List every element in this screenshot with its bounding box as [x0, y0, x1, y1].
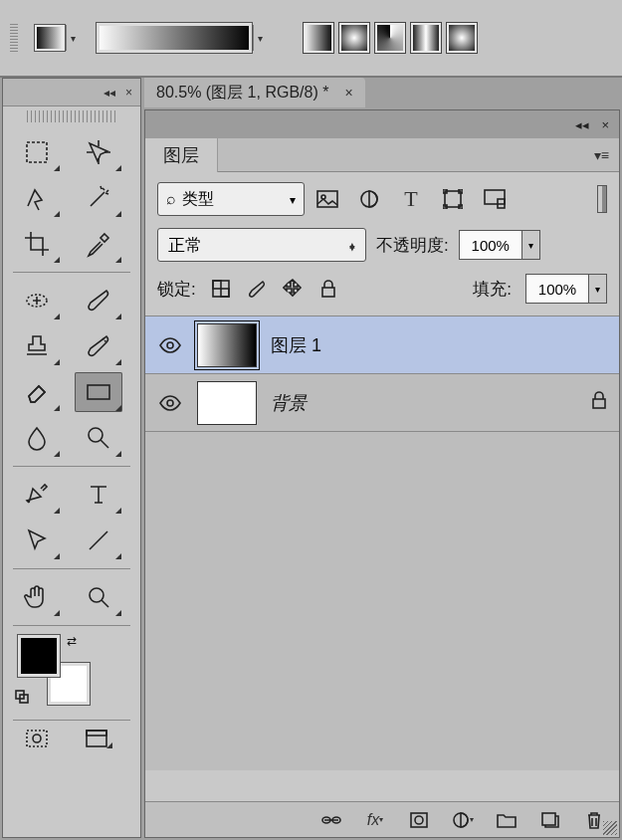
collapse-icon[interactable]: ◂◂ [575, 117, 589, 132]
svg-point-8 [33, 735, 41, 742]
filter-adjust-icon[interactable] [356, 186, 382, 212]
document-tabs: 80.5% (图层 1, RGB/8) * × [144, 78, 365, 107]
layers-panel-footer: fx▾ ▾ [145, 801, 619, 837]
gradient-tool[interactable] [75, 372, 122, 412]
fill-dropdown[interactable] [589, 274, 607, 304]
layer-thumbnail[interactable] [197, 323, 257, 367]
fill-label: 填充: [473, 278, 512, 301]
filter-smart-icon[interactable] [482, 186, 508, 212]
brush-tool[interactable] [75, 281, 122, 320]
eraser-tool[interactable] [13, 372, 61, 412]
gradient-preview-dropdown[interactable] [253, 25, 267, 51]
eyedropper-tool[interactable] [75, 224, 122, 264]
gradient-linear-button[interactable] [303, 22, 334, 54]
gradient-angle-button[interactable] [374, 22, 406, 54]
blend-mode-value: 正常 [168, 234, 202, 257]
layer-name[interactable]: 图层 1 [271, 333, 321, 357]
svg-point-25 [167, 342, 173, 348]
link-layers-icon[interactable] [320, 809, 342, 831]
move-tool[interactable] [75, 132, 122, 172]
layers-panel-header: ◂◂ × [145, 110, 619, 138]
filter-type-icon[interactable]: T [398, 186, 424, 212]
line-tool[interactable] [75, 521, 122, 560]
adjustment-layer-icon[interactable]: ▾ [452, 809, 474, 831]
healing-tool[interactable] [13, 281, 61, 320]
layer-thumbnail[interactable] [197, 381, 257, 425]
marquee-tool[interactable] [13, 132, 61, 172]
stamp-tool[interactable] [13, 326, 61, 366]
layer-row[interactable]: 图层 1 [145, 316, 619, 374]
blur-tool[interactable] [13, 418, 61, 458]
dodge-tool[interactable] [75, 418, 122, 458]
grip-icon [10, 24, 18, 52]
gradient-radial-button[interactable] [338, 22, 370, 54]
close-icon[interactable]: × [344, 85, 352, 101]
close-icon[interactable]: × [601, 117, 609, 132]
svg-rect-22 [213, 281, 221, 289]
gradient-diamond-button[interactable] [446, 22, 478, 54]
svg-rect-11 [317, 191, 337, 207]
foreground-color-well[interactable] [17, 634, 61, 678]
history-brush-tool[interactable] [75, 326, 122, 366]
grip-icon[interactable] [27, 110, 116, 122]
svg-rect-33 [542, 813, 555, 825]
document-tab-label: 80.5% (图层 1, RGB/8) * [156, 83, 328, 104]
collapse-icon[interactable]: ◂◂ [104, 86, 115, 100]
panel-menu-icon[interactable]: ▾≡ [594, 147, 609, 163]
quickmask-button[interactable] [13, 723, 61, 754]
magic-wand-tool[interactable] [75, 178, 122, 218]
type-tool[interactable] [75, 475, 122, 515]
gradient-swatch[interactable] [34, 24, 66, 52]
zoom-tool[interactable] [75, 577, 122, 617]
resize-grip-icon[interactable] [603, 821, 617, 835]
svg-rect-7 [27, 731, 47, 746]
tab-layers[interactable]: 图层 [145, 138, 218, 172]
hand-tool[interactable] [13, 577, 61, 617]
trash-icon[interactable] [583, 809, 605, 831]
lock-icon[interactable] [591, 391, 607, 414]
blend-mode-select[interactable]: 正常 [157, 228, 366, 262]
swap-colors-icon[interactable]: ⇄ [67, 634, 77, 648]
layer-filter-select[interactable]: ⌕ 类型 [157, 182, 305, 216]
gradient-reflected-button[interactable] [410, 22, 442, 54]
lock-image-icon[interactable] [246, 278, 268, 300]
path-select-tool[interactable] [13, 521, 61, 560]
eye-icon[interactable] [157, 332, 183, 358]
gradient-preview[interactable] [96, 22, 253, 54]
lock-all-icon[interactable] [317, 278, 339, 300]
filter-toggle[interactable] [597, 185, 607, 213]
lock-row: 锁定: 填充: 100% [145, 268, 619, 316]
layer-list: 图层 1 背景 [145, 316, 619, 770]
close-icon[interactable]: × [125, 86, 132, 100]
svg-rect-30 [411, 813, 427, 827]
fill-input[interactable]: 100% [525, 274, 589, 304]
layer-name[interactable]: 背景 [271, 391, 307, 415]
default-colors-icon[interactable] [15, 690, 29, 704]
pen-tool[interactable] [13, 475, 61, 515]
document-tab[interactable]: 80.5% (图层 1, RGB/8) * × [144, 78, 365, 107]
gradient-swatch-dropdown[interactable] [66, 25, 80, 51]
crop-tool[interactable] [13, 224, 61, 264]
svg-rect-10 [87, 731, 106, 735]
svg-point-4 [90, 588, 104, 602]
search-icon: ⌕ [166, 190, 176, 208]
lasso-tool[interactable] [13, 178, 61, 218]
filter-shape-icon[interactable] [440, 186, 466, 212]
opacity-dropdown[interactable] [522, 230, 540, 260]
layers-panel: ◂◂ × 图层 ▾≡ ⌕ 类型 T 正常 不透明度: 100% 锁定: [144, 109, 620, 838]
eye-icon[interactable] [157, 390, 183, 416]
lock-transparency-icon[interactable] [210, 278, 232, 300]
opacity-input[interactable]: 100% [459, 230, 522, 260]
screenmode-button[interactable] [75, 723, 122, 754]
lock-position-icon[interactable] [282, 278, 304, 300]
layer-row[interactable]: 背景 [145, 374, 619, 432]
svg-rect-24 [322, 288, 334, 297]
blend-row: 正常 不透明度: 100% [145, 222, 619, 268]
mask-icon[interactable] [408, 809, 430, 831]
fx-icon[interactable]: fx▾ [364, 809, 386, 831]
svg-rect-23 [221, 289, 229, 297]
filter-pixel-icon[interactable] [314, 186, 340, 212]
layer-filter-row: ⌕ 类型 T [145, 172, 619, 222]
new-layer-icon[interactable] [539, 809, 561, 831]
group-icon[interactable] [496, 809, 518, 831]
